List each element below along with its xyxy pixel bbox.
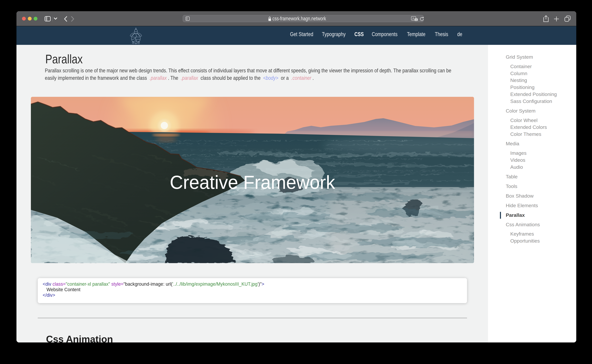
svg-text:文: 文 xyxy=(415,19,417,21)
svg-text:A: A xyxy=(412,17,414,20)
